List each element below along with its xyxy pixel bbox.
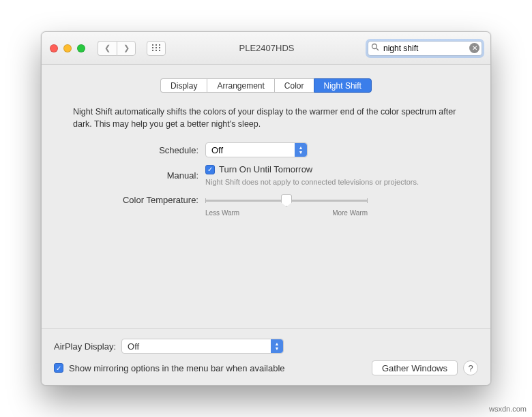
syspref-window: ❮ ❯ PLE2407HDS (41, 31, 491, 386)
tab-color[interactable]: Color (274, 78, 314, 93)
night-shift-description: Night Shift automatically shifts the col… (66, 106, 466, 142)
help-button[interactable]: ? (463, 360, 478, 375)
updown-icon: ▲▼ (271, 339, 283, 353)
color-temp-slider[interactable]: Less Warm More Warm (205, 194, 368, 217)
manual-checkbox-label: Turn On Until Tomorrow (219, 164, 312, 174)
airplay-select[interactable]: Off ▲▼ (121, 339, 284, 354)
schedule-value: Off (211, 145, 223, 155)
window-title: PLE2407HDS (171, 43, 362, 53)
slider-track (205, 194, 368, 207)
back-button[interactable]: ❮ (98, 41, 117, 56)
airplay-row: AirPlay Display: Off ▲▼ (54, 339, 478, 354)
manual-row: Manual: ✓ Turn On Until Tomorrow Night S… (66, 164, 466, 187)
tab-display[interactable]: Display (160, 78, 207, 93)
window-controls (50, 44, 85, 52)
search-field-wrap: ✕ (368, 41, 482, 56)
tab-night-shift[interactable]: Night Shift (314, 78, 372, 93)
svg-rect-1 (156, 44, 157, 46)
watermark: wsxdn.com (489, 405, 527, 413)
svg-rect-0 (152, 44, 153, 46)
svg-rect-5 (159, 47, 160, 48)
slider-thumb[interactable] (281, 194, 292, 206)
slider-tick (205, 198, 206, 203)
schedule-row: Schedule: Off ▲▼ (66, 142, 466, 157)
pane-body: Display Arrangement Color Night Shift Ni… (42, 65, 490, 328)
gather-windows-button[interactable]: Gather Windows (372, 360, 458, 375)
schedule-label: Schedule: (66, 145, 205, 155)
checkmark-icon: ✓ (207, 166, 213, 173)
manual-hint: Night Shift does not apply to connected … (205, 177, 466, 187)
forward-button[interactable]: ❯ (117, 41, 136, 56)
svg-rect-6 (152, 50, 153, 51)
search-input[interactable] (368, 41, 482, 56)
nav-buttons: ❮ ❯ (98, 41, 136, 56)
show-all-button[interactable] (147, 41, 166, 56)
zoom-icon[interactable] (77, 44, 85, 52)
grid-icon (152, 44, 160, 52)
mirroring-checkbox[interactable]: ✓ (54, 363, 63, 373)
airplay-label: AirPlay Display: (54, 341, 116, 352)
mirroring-row: ✓ Show mirroring options in the menu bar… (54, 360, 478, 375)
color-temp-label: Color Temperature: (66, 194, 205, 205)
footer: AirPlay Display: Off ▲▼ ✓ Show mirroring… (42, 328, 490, 385)
tab-arrangement[interactable]: Arrangement (207, 78, 274, 93)
slider-labels: Less Warm More Warm (205, 209, 368, 217)
clear-search-button[interactable]: ✕ (469, 43, 479, 53)
color-temp-row: Color Temperature: Less Warm More Warm (66, 194, 466, 217)
slider-max-label: More Warm (332, 209, 368, 217)
slider-min-label: Less Warm (205, 209, 239, 217)
help-icon: ? (468, 363, 473, 373)
titlebar: ❮ ❯ PLE2407HDS (42, 32, 490, 65)
slider-tick (367, 198, 368, 203)
mirroring-label: Show mirroring options in the menu bar w… (69, 363, 285, 373)
svg-rect-8 (159, 50, 160, 51)
chevron-left-icon: ❮ (104, 44, 110, 52)
tab-strip: Display Arrangement Color Night Shift (66, 78, 466, 93)
airplay-value: Off (128, 341, 139, 352)
minimize-icon[interactable] (63, 44, 72, 52)
updown-icon: ▲▼ (295, 143, 307, 157)
svg-rect-3 (152, 47, 153, 48)
x-icon: ✕ (472, 44, 477, 52)
svg-rect-7 (156, 50, 157, 51)
close-icon[interactable] (50, 44, 58, 52)
svg-rect-4 (156, 47, 157, 48)
chevron-right-icon: ❯ (123, 44, 130, 52)
manual-checkbox-row: ✓ Turn On Until Tomorrow (205, 164, 466, 174)
schedule-select[interactable]: Off ▲▼ (205, 142, 308, 157)
checkmark-icon: ✓ (56, 365, 61, 372)
manual-label: Manual: (66, 170, 205, 181)
svg-rect-2 (159, 44, 160, 46)
manual-checkbox[interactable]: ✓ (205, 165, 215, 174)
